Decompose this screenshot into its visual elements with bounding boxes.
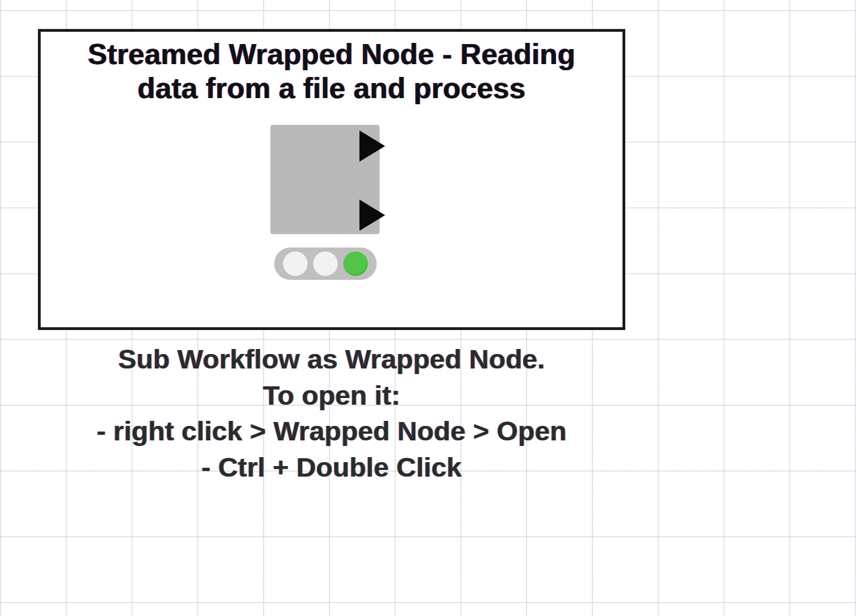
caption-line3: - right click > Wrapped Node > Open xyxy=(96,416,566,446)
output-port-top-icon[interactable] xyxy=(359,130,385,162)
status-dot-3 xyxy=(343,251,368,276)
caption-line1: Sub Workflow as Wrapped Node. xyxy=(118,344,545,374)
status-dot-1 xyxy=(283,251,308,276)
wrapped-node[interactable]: Streamed Wrapped Node - Reading data fro… xyxy=(38,29,625,330)
workflow-canvas[interactable]: Streamed Wrapped Node - Reading data fro… xyxy=(0,0,856,616)
caption-line4: - Ctrl + Double Click xyxy=(202,452,462,482)
node-status-traffic-light xyxy=(274,248,377,280)
node-caption: Sub Workflow as Wrapped Node. To open it… xyxy=(28,341,635,486)
node-title-line1: Streamed Wrapped Node - Reading xyxy=(88,38,576,70)
output-port-bottom-icon[interactable] xyxy=(359,200,385,231)
node-title: Streamed Wrapped Node - Reading data fro… xyxy=(41,32,622,106)
caption-line2: To open it: xyxy=(263,380,401,410)
status-dot-2 xyxy=(313,251,338,276)
node-body xyxy=(41,106,622,273)
node-title-line2: data from a file and process xyxy=(138,72,526,104)
